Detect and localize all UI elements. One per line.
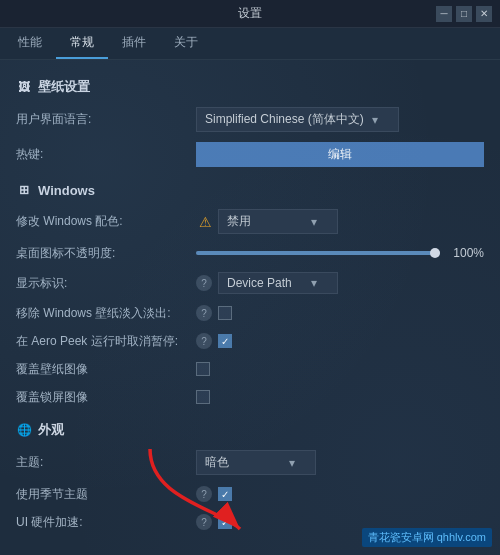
- display-id-label: 显示标识:: [16, 275, 196, 292]
- hotkey-row: 热键: 编辑: [16, 137, 484, 172]
- seasonal-theme-checkbox[interactable]: [218, 487, 232, 501]
- opacity-slider-fill: [196, 251, 440, 255]
- cover-wallpaper-control: [196, 362, 484, 376]
- tab-performance[interactable]: 性能: [4, 28, 56, 59]
- tab-general[interactable]: 常规: [56, 28, 108, 59]
- cover-lockscreen-label: 覆盖锁屏图像: [16, 389, 196, 406]
- wallpaper-fade-help-icon[interactable]: ?: [196, 305, 212, 321]
- aero-peek-row: 在 Aero Peek 运行时取消暂停: ?: [16, 327, 484, 355]
- edit-button[interactable]: 编辑: [196, 142, 484, 167]
- settings-content: 🖼 壁纸设置 用户界面语言: Simplified Chinese (简体中文)…: [0, 60, 500, 555]
- icon-opacity-control: 100%: [196, 246, 484, 260]
- title-bar-text: 设置: [238, 5, 262, 22]
- watermark: 青花瓷安卓网 qhhlv.com: [362, 528, 492, 547]
- wallpaper-fade-control: ?: [196, 305, 484, 321]
- tab-plugins[interactable]: 插件: [108, 28, 160, 59]
- title-bar: 设置 ─ □ ✕: [0, 0, 500, 28]
- wallpaper-fade-row: 移除 Windows 壁纸淡入淡出: ?: [16, 299, 484, 327]
- cover-wallpaper-checkbox[interactable]: [196, 362, 210, 376]
- theme-select[interactable]: 暗色: [196, 450, 316, 475]
- language-row: 用户界面语言: Simplified Chinese (简体中文): [16, 102, 484, 137]
- tab-bar: 性能 常规 插件 关于: [0, 28, 500, 60]
- windows-logo-icon: 🖼: [16, 79, 32, 95]
- aero-peek-help-icon[interactable]: ?: [196, 333, 212, 349]
- opacity-value: 100%: [448, 246, 484, 260]
- seasonal-theme-control: ?: [196, 486, 484, 502]
- display-id-select[interactable]: Device Path: [218, 272, 338, 294]
- windows-color-row: 修改 Windows 配色: ⚠ 禁用: [16, 204, 484, 239]
- display-id-help-icon[interactable]: ?: [196, 275, 212, 291]
- seasonal-theme-label: 使用季节主题: [16, 486, 196, 503]
- cover-lockscreen-checkbox[interactable]: [196, 390, 210, 404]
- hw-accel-checkbox[interactable]: [218, 515, 232, 529]
- windows-color-select[interactable]: 禁用: [218, 209, 338, 234]
- minimize-button[interactable]: ─: [436, 6, 452, 22]
- theme-row: 主题: 暗色: [16, 445, 484, 480]
- theme-label: 主题:: [16, 454, 196, 471]
- language-control: Simplified Chinese (简体中文): [196, 107, 484, 132]
- wallpaper-fade-label: 移除 Windows 壁纸淡入淡出:: [16, 305, 196, 322]
- appearance-icon: 🌐: [16, 422, 32, 438]
- display-id-control: ? Device Path: [196, 272, 484, 294]
- display-id-row: 显示标识: ? Device Path: [16, 267, 484, 299]
- aero-peek-checkbox[interactable]: [218, 334, 232, 348]
- close-button[interactable]: ✕: [476, 6, 492, 22]
- language-label: 用户界面语言:: [16, 111, 196, 128]
- aero-peek-control: ?: [196, 333, 484, 349]
- tab-about[interactable]: 关于: [160, 28, 212, 59]
- windows-color-control: ⚠ 禁用: [196, 209, 484, 234]
- hw-accel-label: UI 硬件加速:: [16, 514, 196, 531]
- hw-accel-help-icon[interactable]: ?: [196, 514, 212, 530]
- warning-icon: ⚠: [196, 213, 214, 231]
- hotkey-label: 热键:: [16, 146, 196, 163]
- aero-peek-label: 在 Aero Peek 运行时取消暂停:: [16, 333, 196, 350]
- windows-icon: ⊞: [16, 182, 32, 198]
- windows-section-header: ⊞ Windows: [16, 182, 484, 198]
- wallpaper-fade-checkbox[interactable]: [218, 306, 232, 320]
- icon-opacity-label: 桌面图标不透明度:: [16, 245, 196, 262]
- opacity-slider-container: 100%: [196, 246, 484, 260]
- windows-color-label: 修改 Windows 配色:: [16, 213, 196, 230]
- wallpaper-section-title: 壁纸设置: [38, 78, 90, 96]
- opacity-slider-track[interactable]: [196, 251, 440, 255]
- cover-lockscreen-control: [196, 390, 484, 404]
- maximize-button[interactable]: □: [456, 6, 472, 22]
- cover-lockscreen-row: 覆盖锁屏图像: [16, 383, 484, 411]
- hotkey-control: 编辑: [196, 142, 484, 167]
- cover-wallpaper-row: 覆盖壁纸图像: [16, 355, 484, 383]
- appearance-section-title: 外观: [38, 421, 64, 439]
- title-bar-controls: ─ □ ✕: [436, 6, 492, 22]
- cover-wallpaper-label: 覆盖壁纸图像: [16, 361, 196, 378]
- seasonal-theme-row: 使用季节主题 ?: [16, 480, 484, 508]
- wallpaper-section-header: 🖼 壁纸设置: [16, 78, 484, 96]
- windows-section-title: Windows: [38, 183, 95, 198]
- icon-opacity-row: 桌面图标不透明度: 100%: [16, 239, 484, 267]
- seasonal-theme-help-icon[interactable]: ?: [196, 486, 212, 502]
- language-select[interactable]: Simplified Chinese (简体中文): [196, 107, 399, 132]
- opacity-slider-thumb: [430, 248, 440, 258]
- theme-control: 暗色: [196, 450, 484, 475]
- appearance-section-header: 🌐 外观: [16, 421, 484, 439]
